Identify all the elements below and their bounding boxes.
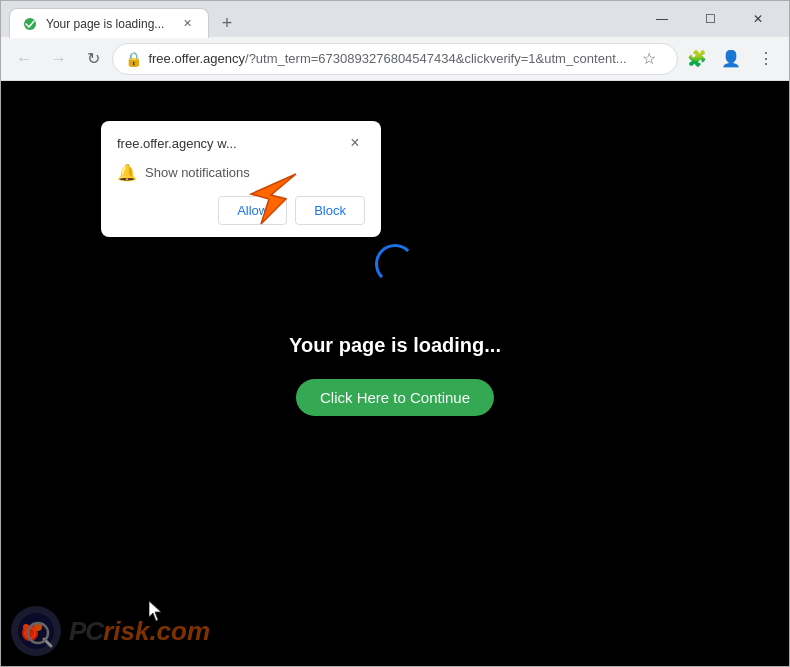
maximize-button[interactable]: ☐ (687, 3, 733, 35)
allow-button[interactable]: Allow (218, 196, 287, 225)
loading-spinner (375, 244, 415, 284)
menu-button[interactable]: ⋮ (751, 43, 781, 75)
popup-notification-row: 🔔 Show notifications (117, 163, 365, 182)
block-button[interactable]: Block (295, 196, 365, 225)
lock-icon: 🔒 (125, 51, 142, 67)
reload-button[interactable]: ↻ (78, 43, 108, 75)
bell-icon: 🔔 (117, 163, 137, 182)
pcrisk-logo (11, 606, 61, 656)
active-tab[interactable]: Your page is loading... ✕ (9, 8, 209, 38)
profile-button[interactable]: 👤 (716, 43, 746, 75)
web-content: Your page is loading... Click Here to Co… (1, 81, 789, 666)
popup-header: free.offer.agency w... × (117, 133, 365, 153)
toolbar: ← → ↻ 🔒 free.offer.agency/?utm_term=6730… (1, 37, 789, 81)
back-button[interactable]: ← (9, 43, 39, 75)
popup-buttons: Allow Block (117, 196, 365, 225)
minimize-button[interactable]: — (639, 3, 685, 35)
forward-button[interactable]: → (43, 43, 73, 75)
loading-text: Your page is loading... (289, 334, 501, 357)
window-controls: — ☐ ✕ (639, 3, 781, 35)
close-window-button[interactable]: ✕ (735, 3, 781, 35)
browser-window: Your page is loading... ✕ + — ☐ ✕ ← → ↻ … (0, 0, 790, 667)
address-bar[interactable]: 🔒 free.offer.agency/?utm_term=6730893276… (112, 43, 677, 75)
new-tab-button[interactable]: + (213, 9, 241, 37)
titlebar: Your page is loading... ✕ + — ☐ ✕ (1, 1, 789, 37)
popup-notification-text: Show notifications (145, 165, 250, 180)
popup-site-name: free.offer.agency w... (117, 136, 237, 151)
tab-close-button[interactable]: ✕ (178, 15, 196, 33)
tab-favicon (22, 16, 38, 32)
address-path: /?utm_term=6730893276804547434&clickveri… (245, 51, 627, 66)
watermark-text: PCrisk.com (69, 615, 210, 647)
popup-close-button[interactable]: × (345, 133, 365, 153)
continue-button[interactable]: Click Here to Continue (296, 379, 494, 416)
tab-area: Your page is loading... ✕ + (9, 1, 639, 37)
extensions-button[interactable]: 🧩 (682, 43, 712, 75)
notification-popup: free.offer.agency w... × 🔔 Show notifica… (101, 121, 381, 237)
address-domain: free.offer.agency (148, 51, 245, 66)
address-text: free.offer.agency/?utm_term=673089327680… (148, 51, 626, 66)
tab-title: Your page is loading... (46, 17, 170, 31)
spinner-container (375, 244, 415, 284)
bookmark-button[interactable]: ☆ (633, 43, 665, 75)
watermark: PCrisk.com (11, 606, 210, 656)
